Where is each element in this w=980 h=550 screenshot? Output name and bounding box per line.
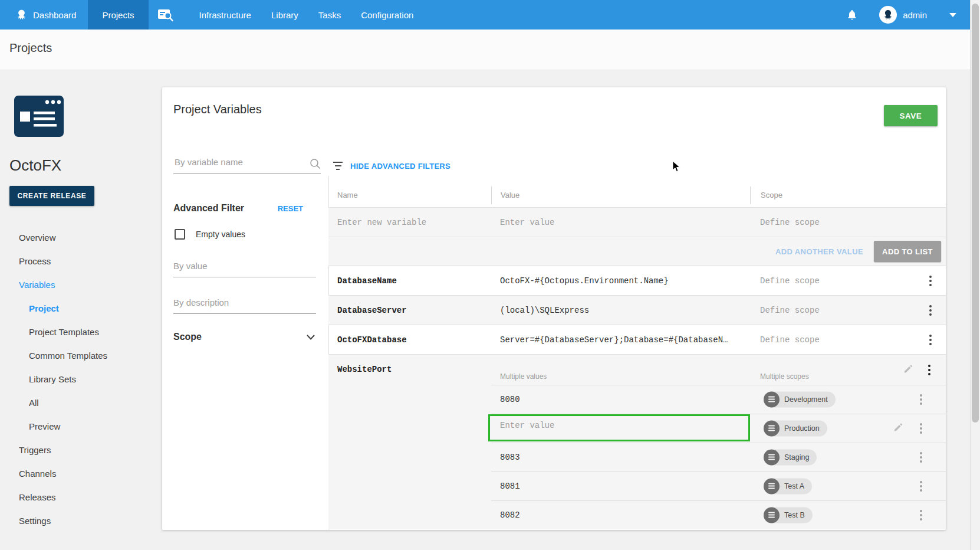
nav-item-label: Infrastructure: [199, 10, 251, 20]
row-menu-kebab-icon[interactable]: [927, 364, 932, 377]
advanced-filter-header: Advanced Filter RESET: [173, 203, 303, 214]
hide-advanced-filters-label: HIDE ADVANCED FILTERS: [350, 162, 450, 171]
variable-value[interactable]: (local)\SQLExpress: [491, 306, 750, 315]
scope-chip-label: Test A: [784, 482, 804, 490]
nav-item-infrastructure[interactable]: Infrastructure: [189, 0, 261, 30]
value-text[interactable]: 8082: [500, 510, 520, 520]
edit-value-input[interactable]: [500, 421, 724, 430]
variable-row-databaseserver: DatabaseServer (local)\SQLExpress Define…: [328, 295, 946, 325]
search-icon: [310, 158, 321, 169]
sidebar-item-project[interactable]: Project: [0, 296, 162, 320]
user-avatar[interactable]: [879, 6, 897, 24]
by-description-input[interactable]: [173, 297, 315, 307]
advanced-filter-title: Advanced Filter: [173, 203, 244, 214]
row-menu-kebab-icon[interactable]: [919, 509, 923, 522]
scope-chip-development[interactable]: Development: [764, 391, 836, 407]
scope-chip-staging[interactable]: Staging: [764, 449, 817, 465]
project-variables-card: Project Variables SAVE HIDE ADVANCED FIL…: [162, 87, 946, 530]
variable-name[interactable]: OctoFXDatabase: [328, 335, 491, 345]
row-menu-kebab-icon[interactable]: [919, 451, 923, 464]
edit-pencil-icon[interactable]: [893, 422, 903, 434]
column-header-scope: Scope: [750, 186, 946, 204]
new-variable-row: Define scope: [328, 208, 946, 237]
value-text[interactable]: 8083: [500, 453, 520, 462]
sidebar-item-library-sets[interactable]: Library Sets: [0, 367, 162, 391]
user-menu-caret-icon[interactable]: [949, 13, 956, 17]
nav-item-dashboard[interactable]: Dashboard: [0, 0, 88, 30]
define-scope-link[interactable]: Define scope: [750, 335, 946, 345]
row-menu-kebab-icon[interactable]: [919, 393, 923, 406]
sidebar-menu: Overview Process Variables Project Proje…: [0, 225, 162, 532]
reset-button[interactable]: RESET: [278, 204, 303, 213]
by-value-input[interactable]: [173, 261, 315, 271]
scope-chip-production[interactable]: Production: [764, 420, 827, 436]
scope-filter-expander[interactable]: Scope: [173, 332, 315, 342]
variable-name[interactable]: DatabaseName: [328, 276, 491, 286]
sidebar-item-process[interactable]: Process: [0, 249, 162, 273]
column-header-name: Name: [328, 186, 491, 204]
new-variable-name-input[interactable]: [337, 218, 484, 227]
row-menu-kebab-icon[interactable]: [919, 422, 923, 435]
sidebar-item-all[interactable]: All: [0, 391, 162, 414]
value-text[interactable]: 8080: [500, 395, 520, 404]
card-title: Project Variables: [173, 103, 262, 116]
row-menu-kebab-icon[interactable]: [928, 333, 933, 346]
sidebar-item-common-templates[interactable]: Common Templates: [0, 343, 162, 367]
nav-item-library[interactable]: Library: [261, 0, 308, 30]
new-variable-define-scope[interactable]: Define scope: [750, 218, 946, 227]
empty-values-row: Empty values: [175, 229, 245, 240]
define-scope-link[interactable]: Define scope: [750, 276, 946, 286]
empty-values-checkbox[interactable]: [175, 229, 185, 240]
scope-filter-label: Scope: [173, 332, 202, 342]
nav-item-projects[interactable]: Projects: [88, 0, 148, 30]
sidebar-item-settings[interactable]: Settings: [0, 509, 162, 532]
variable-name[interactable]: WebsitePort: [337, 365, 392, 374]
scrollbar-thumb[interactable]: [972, 4, 979, 423]
add-to-list-button[interactable]: ADD TO LIST: [874, 241, 941, 262]
new-variable-value-input[interactable]: [500, 218, 738, 227]
nav-item-configuration[interactable]: Configuration: [351, 0, 423, 30]
page-scrollbar[interactable]: [970, 0, 980, 550]
websiteport-value-row: 8082 Test B: [328, 500, 946, 529]
save-button[interactable]: SAVE: [884, 105, 938, 126]
add-another-value-button[interactable]: ADD ANOTHER VALUE: [775, 247, 863, 256]
sidebar-item-channels[interactable]: Channels: [0, 461, 162, 485]
nav-item-tasks[interactable]: Tasks: [308, 0, 351, 30]
websiteport-value-row: 8080 Development: [328, 385, 946, 414]
screen: Dashboard Projects Infrastructure Librar…: [0, 0, 980, 550]
scope-chip-test-a[interactable]: Test A: [764, 478, 812, 494]
username[interactable]: admin: [903, 10, 927, 20]
value-text[interactable]: 8081: [500, 482, 520, 491]
sidebar-item-triggers[interactable]: Triggers: [0, 438, 162, 461]
variable-row-octofxdatabase: OctoFXDatabase Server=#{DatabaseServer};…: [328, 325, 946, 354]
hide-advanced-filters-toggle[interactable]: HIDE ADVANCED FILTERS: [333, 161, 450, 171]
scope-chip-test-b[interactable]: Test B: [764, 507, 813, 523]
sidebar-item-releases[interactable]: Releases: [0, 485, 162, 509]
environment-icon: [764, 478, 780, 494]
sidebar-item-project-templates[interactable]: Project Templates: [0, 320, 162, 343]
environment-icon: [764, 507, 780, 523]
empty-values-label: Empty values: [196, 230, 245, 239]
variable-name-filter-input[interactable]: [175, 157, 305, 167]
sidebar-item-variables[interactable]: Variables: [0, 273, 162, 296]
scope-chip-label: Staging: [784, 453, 809, 461]
column-header-value: Value: [491, 186, 750, 204]
by-description-field: [173, 294, 316, 314]
variable-name[interactable]: DatabaseServer: [328, 306, 491, 315]
variable-value[interactable]: Server=#{DatabaseServer};Database=#{Data…: [491, 335, 750, 345]
scope-chip-label: Test B: [784, 511, 805, 519]
row-menu-kebab-icon[interactable]: [928, 274, 933, 287]
variable-value[interactable]: OctoFX-#{Octopus.Environment.Name}: [491, 276, 750, 286]
page-title: Projects: [9, 41, 52, 55]
row-menu-kebab-icon[interactable]: [919, 480, 923, 493]
nav-search-button[interactable]: [149, 0, 182, 30]
nav-right: admin: [846, 0, 980, 30]
create-release-button[interactable]: CREATE RELEASE: [9, 186, 94, 206]
edit-pencil-icon[interactable]: [903, 364, 913, 376]
notifications-button[interactable]: [846, 8, 858, 21]
define-scope-link[interactable]: Define scope: [750, 306, 946, 315]
row-menu-kebab-icon[interactable]: [928, 304, 933, 317]
sidebar-item-overview[interactable]: Overview: [0, 225, 162, 249]
sidebar-item-preview[interactable]: Preview: [0, 414, 162, 438]
nav-item-label: Configuration: [361, 10, 413, 20]
